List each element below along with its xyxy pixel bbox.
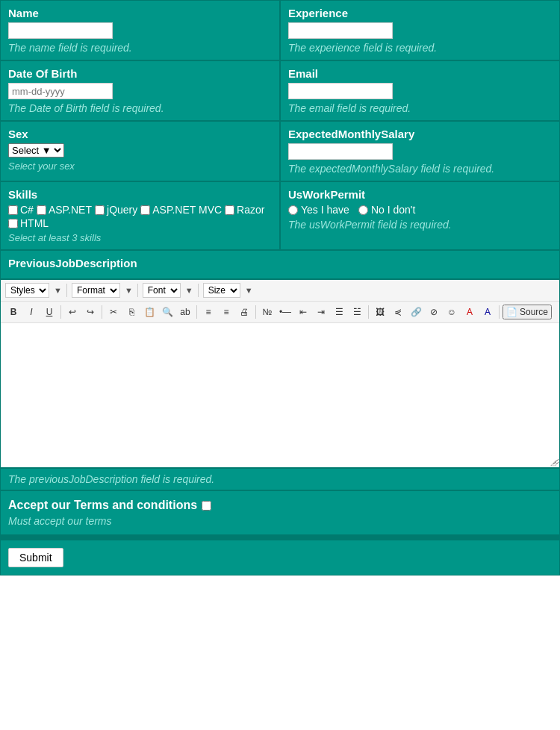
email-input[interactable] xyxy=(288,83,393,99)
terms-row: Accept our Terms and conditions Must acc… xyxy=(0,490,560,535)
styles-select[interactable]: Styles xyxy=(5,283,49,298)
align-left-button[interactable]: ≡ xyxy=(200,304,217,320)
salary-error: The expectedMonthlySalary field is requi… xyxy=(288,163,552,175)
experience-cell: Experience The experience field is requi… xyxy=(280,0,560,60)
skills-cell: Skills C# ASP.NET jQuery ASP.NET MVC xyxy=(0,181,280,250)
skill-aspnetmvc-checkbox[interactable] xyxy=(140,205,150,215)
toolbar-div-1 xyxy=(66,284,67,297)
permit-yes: Yes I have xyxy=(288,204,349,216)
name-error: The name field is required. xyxy=(8,42,272,54)
undo-button[interactable]: ↩ xyxy=(64,304,81,320)
sex-label: Sex xyxy=(8,128,272,140)
align-right-button[interactable]: ☱ xyxy=(349,304,365,320)
skill-razor: Razor xyxy=(225,204,264,216)
terms-text: Accept our Terms and conditions xyxy=(8,499,197,512)
print-button[interactable]: 🖨 xyxy=(236,304,252,320)
permit-label: UsWorkPermit xyxy=(288,188,552,201)
replace-button[interactable]: ab xyxy=(177,304,193,320)
experience-error: The experience field is required. xyxy=(288,42,552,54)
btn-sep-4 xyxy=(255,305,256,319)
skills-hint: Select at least 3 skills xyxy=(8,232,272,243)
salary-input[interactable] xyxy=(288,143,393,160)
permit-no-radio[interactable] xyxy=(358,205,368,215)
unordered-list-button[interactable]: •— xyxy=(277,304,293,320)
sex-select[interactable]: Select ▼ Male Female xyxy=(8,143,64,157)
image-button[interactable]: 🖼 xyxy=(372,304,388,320)
salary-cell: ExpectedMonthlySalary The expectedMonthl… xyxy=(280,121,560,181)
row-name-experience: Name The name field is required. Experie… xyxy=(0,0,560,60)
permit-no-label: No I don't xyxy=(371,204,416,216)
emoji-button[interactable]: ☺ xyxy=(444,304,460,320)
dob-error: The Date of Birth field is required. xyxy=(8,102,272,114)
align-justify-button[interactable]: ☰ xyxy=(331,304,347,320)
skill-csharp: C# xyxy=(8,204,34,216)
skill-razor-checkbox[interactable] xyxy=(225,205,234,215)
bg-color-button[interactable]: A xyxy=(479,304,496,320)
skill-jquery: jQuery xyxy=(95,204,137,216)
skill-jquery-checkbox[interactable] xyxy=(95,205,105,215)
format-dropdown-arrow: ▼ xyxy=(125,286,133,295)
terms-label-row: Accept our Terms and conditions xyxy=(8,499,552,512)
size-select[interactable]: Size xyxy=(203,283,240,298)
ordered-list-button[interactable]: № xyxy=(259,304,276,320)
permit-error: The usWorkPermit field is required. xyxy=(288,219,552,231)
name-label: Name xyxy=(8,7,272,19)
table-button[interactable]: ⋞ xyxy=(390,304,406,320)
dob-cell: Date Of Birth The Date of Birth field is… xyxy=(0,60,280,121)
submit-row: Submit xyxy=(0,540,560,575)
email-error: The email field is required. xyxy=(288,102,552,114)
bold-button[interactable]: B xyxy=(5,304,22,320)
indent-less-button[interactable]: ⇤ xyxy=(295,304,311,320)
format-select[interactable]: Format xyxy=(72,283,120,298)
skill-aspnetmvc: ASP.NET MVC xyxy=(140,204,222,216)
email-label: Email xyxy=(288,67,552,80)
special-char-button[interactable]: ⊘ xyxy=(426,304,442,320)
editor-toolbar-buttons: B I U ↩ ↪ ✂ ⎘ 📋 🔍 ab ≡ ≡ 🖨 № •— ⇤ ⇥ ☰ ☱ … xyxy=(1,302,559,323)
redo-button[interactable]: ↪ xyxy=(82,304,99,320)
permit-yes-radio[interactable] xyxy=(288,205,298,215)
permit-yes-label: Yes I have xyxy=(301,204,349,216)
font-dropdown-arrow: ▼ xyxy=(185,286,193,295)
skill-jquery-label: jQuery xyxy=(107,204,137,216)
skill-aspnet-label: ASP.NET xyxy=(49,204,92,216)
btn-sep-3 xyxy=(196,305,197,319)
skills-grid: C# ASP.NET jQuery ASP.NET MVC Razor xyxy=(8,204,272,229)
italic-button[interactable]: I xyxy=(23,304,40,320)
experience-input[interactable] xyxy=(288,22,393,39)
resize-handle[interactable]: ◿ xyxy=(550,458,558,466)
skill-html-checkbox[interactable] xyxy=(8,219,18,228)
skill-aspnet: ASP.NET xyxy=(37,204,92,216)
cut-button[interactable]: ✂ xyxy=(105,304,122,320)
terms-error: Must accept our terms xyxy=(8,515,552,527)
copy-button[interactable]: ⎘ xyxy=(123,304,140,320)
skills-label: Skills xyxy=(8,188,272,201)
skill-csharp-label: C# xyxy=(20,204,34,216)
editor-textarea[interactable] xyxy=(1,323,559,465)
dob-label: Date Of Birth xyxy=(8,67,272,80)
skill-aspnetmvc-label: ASP.NET MVC xyxy=(152,204,222,216)
paste-button[interactable]: 📋 xyxy=(141,304,158,320)
size-dropdown-arrow: ▼ xyxy=(245,286,253,295)
font-color-button[interactable]: A xyxy=(461,304,478,320)
permit-cell: UsWorkPermit Yes I have No I don't The u… xyxy=(280,181,560,250)
link-button[interactable]: 🔗 xyxy=(408,304,424,320)
prev-job-label: PreviousJobDescription xyxy=(8,257,552,269)
form-container: Name The name field is required. Experie… xyxy=(0,0,560,575)
source-button[interactable]: 📄 Source xyxy=(503,305,552,319)
row-sex-salary: Sex Select ▼ Male Female Select your sex… xyxy=(0,121,560,181)
name-input[interactable] xyxy=(8,22,113,39)
align-center-button[interactable]: ≡ xyxy=(218,304,234,320)
skill-aspnet-checkbox[interactable] xyxy=(37,205,46,215)
skill-csharp-checkbox[interactable] xyxy=(8,205,18,215)
toolbar-div-2 xyxy=(137,284,138,297)
font-select[interactable]: Font xyxy=(143,283,181,298)
underline-button[interactable]: U xyxy=(41,304,57,320)
find-button[interactable]: 🔍 xyxy=(159,304,175,320)
btn-sep-2 xyxy=(102,305,102,319)
prev-job-label-row: PreviousJobDescription xyxy=(0,250,560,279)
sex-cell: Sex Select ▼ Male Female Select your sex xyxy=(0,121,280,181)
terms-checkbox[interactable] xyxy=(202,501,211,511)
indent-more-button[interactable]: ⇥ xyxy=(313,304,329,320)
submit-button[interactable]: Submit xyxy=(8,548,63,567)
dob-input[interactable] xyxy=(8,83,113,99)
